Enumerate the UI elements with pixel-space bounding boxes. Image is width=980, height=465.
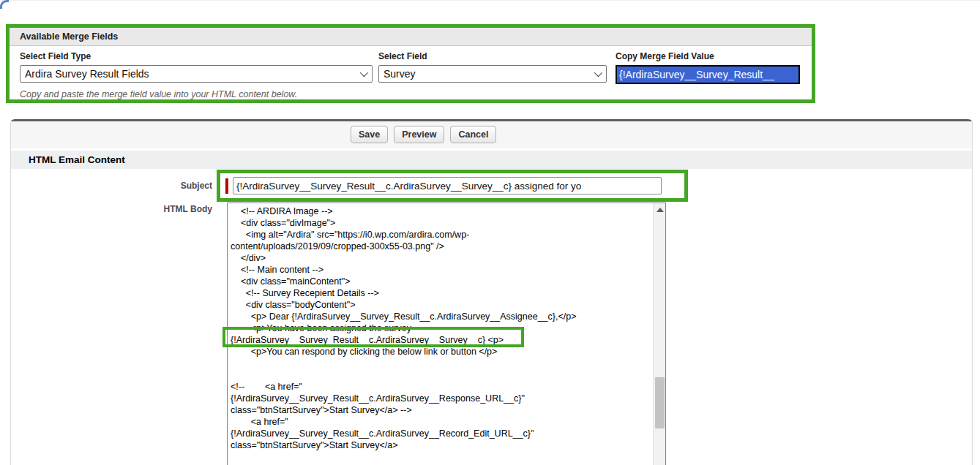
html-body-label: HTML Body [0,204,212,214]
field-type-group: Select Field Type Ardira Survey Result F… [20,50,373,84]
subject-input[interactable] [233,177,662,194]
copy-merge-field-value-input[interactable]: {!ArdiraSurvey__Survey_Result__ [616,65,800,84]
scrollbar-up-button[interactable] [654,203,666,216]
merge-fields-panel-title: Available Merge Fields [10,28,812,46]
textarea-scrollbar[interactable] [653,203,665,465]
scroll-up-icon [657,208,664,212]
chevron-down-icon [594,69,602,77]
required-field-bar [225,178,228,194]
save-button[interactable]: Save [351,126,388,143]
page-corner-accent [0,0,9,9]
copy-merge-field-value-label: Copy Merge Field Value [616,51,800,61]
copy-merge-field-selected-text: {!ArdiraSurvey__Survey_Result__ [617,67,798,83]
field-type-select[interactable]: Ardira Survey Result Fields [20,65,373,83]
field-label: Select Field [378,51,607,61]
merge-fields-hint: Copy and paste the merge field value int… [10,84,812,99]
field-select[interactable]: Survey [378,65,607,83]
merge-fields-panel-annotation: Available Merge Fields Select Field Type… [6,24,815,103]
html-body-textarea[interactable]: <!-- ARDIRA Image --> <div class="divIma… [227,203,666,465]
field-type-selected-value: Ardira Survey Result Fields [25,68,149,80]
field-type-label: Select Field Type [20,51,373,61]
scrollbar-thumb[interactable] [655,377,665,428]
html-email-content-header: HTML Email Content [11,151,972,169]
field-group: Select Field Survey [378,50,607,84]
merge-fields-row: Select Field Type Ardira Survey Result F… [10,46,812,84]
html-body-code: <!-- ARDIRA Image --> <div class="divIma… [228,203,653,465]
field-selected-value: Survey [384,68,416,80]
subject-label: Subject [0,181,212,191]
subject-annotation [217,170,688,202]
toolbar-buttons: Save Preview Cancel [351,126,496,143]
editor-toolbar: Save Preview Cancel [11,121,972,148]
chevron-down-icon [360,69,368,77]
copy-value-group: Copy Merge Field Value {!ArdiraSurvey__S… [616,50,800,84]
cancel-button[interactable]: Cancel [450,126,496,143]
preview-button[interactable]: Preview [394,126,444,143]
